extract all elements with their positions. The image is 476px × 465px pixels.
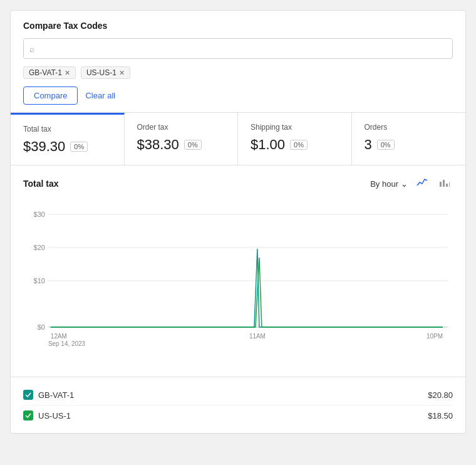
svg-text:$30: $30: [34, 211, 45, 218]
search-icon: ⌕: [29, 44, 34, 53]
metric-order-tax-value: $38.30: [137, 137, 179, 153]
svg-rect-2: [446, 184, 448, 187]
metric-order-tax-label: Order tax: [137, 123, 225, 132]
search-wrapper: ⌕: [23, 38, 453, 59]
legend-left-usus1: US-US-1: [23, 410, 71, 421]
svg-text:$10: $10: [34, 277, 45, 285]
compare-title: Compare Tax Codes: [23, 21, 453, 31]
chart-header: Total tax By hour ⌄: [23, 175, 453, 192]
tags-row: GB-VAT-1 ✕ US-US-1 ✕: [23, 66, 453, 79]
svg-text:12AM: 12AM: [51, 333, 67, 340]
chart-controls: By hour ⌄: [370, 175, 453, 192]
metric-shipping-tax-value: $1.00: [251, 137, 285, 153]
svg-rect-3: [449, 182, 450, 187]
svg-text:11AM: 11AM: [249, 333, 266, 340]
actions-row: Compare Clear all: [23, 86, 453, 105]
chart-svg: $30 $20 $10 $0 12AM Sep 14, 2023 11AM 10…: [23, 202, 453, 365]
metric-order-tax-value-row: $38.30 0%: [137, 137, 225, 153]
clear-all-button[interactable]: Clear all: [85, 91, 115, 100]
tag-usus1: US-US-1 ✕: [81, 66, 130, 79]
main-container: Compare Tax Codes ⌕ GB-VAT-1 ✕ US-US-1 ✕…: [10, 10, 466, 434]
svg-text:$0: $0: [38, 323, 45, 331]
metric-total-tax-label: Total tax: [23, 125, 111, 133]
chevron-down-icon: ⌄: [401, 179, 408, 189]
metric-shipping-tax-label: Shipping tax: [251, 123, 339, 132]
chart-title: Total tax: [23, 179, 59, 189]
search-input[interactable]: [23, 38, 453, 59]
chart-section: Total tax By hour ⌄: [11, 165, 465, 377]
metric-order-tax: Order tax $38.30 0%: [125, 113, 239, 165]
metric-orders: Orders 3 0%: [352, 113, 466, 165]
svg-text:10PM: 10PM: [427, 333, 443, 340]
legend-checkbox-usus1[interactable]: [23, 410, 33, 421]
svg-text:Sep 14, 2023: Sep 14, 2023: [48, 340, 86, 347]
metric-total-tax-value-row: $39.30 0%: [23, 138, 111, 155]
metrics-row: Total tax $39.30 0% Order tax $38.30 0% …: [11, 113, 465, 165]
metric-total-tax-badge: 0%: [70, 142, 88, 152]
tag-gbvat1: GB-VAT-1 ✕: [23, 66, 76, 79]
metric-total-tax-value: $39.30: [23, 138, 65, 155]
legend-item-gbvat1: GB-VAT-1 $20.80: [23, 385, 453, 405]
tag-usus1-label: US-US-1: [86, 68, 116, 77]
legend-item-usus1: US-US-1 $18.50: [23, 405, 453, 426]
legend-checkbox-gbvat1[interactable]: [23, 390, 33, 400]
metric-orders-badge: 0%: [377, 140, 395, 150]
line-chart-icon-button[interactable]: [414, 175, 430, 192]
metric-total-tax: Total tax $39.30 0%: [11, 113, 125, 165]
legend-name-usus1: US-US-1: [38, 411, 71, 421]
by-hour-label: By hour: [370, 179, 398, 189]
svg-rect-1: [443, 180, 445, 187]
legend-value-gbvat1: $20.80: [428, 390, 453, 400]
metric-shipping-tax-value-row: $1.00 0%: [251, 137, 339, 153]
compare-button[interactable]: Compare: [23, 86, 78, 105]
legend-name-gbvat1: GB-VAT-1: [38, 390, 74, 400]
svg-rect-0: [440, 182, 442, 187]
metric-shipping-tax-badge: 0%: [290, 140, 308, 150]
svg-text:$20: $20: [34, 244, 45, 251]
chart-container: $30 $20 $10 $0 12AM Sep 14, 2023 11AM 10…: [23, 202, 453, 367]
legend-section: GB-VAT-1 $20.80 US-US-1 $18.50: [11, 377, 465, 433]
metric-orders-label: Orders: [365, 123, 453, 132]
metric-shipping-tax: Shipping tax $1.00 0%: [238, 113, 352, 165]
tag-gbvat1-close[interactable]: ✕: [65, 70, 70, 76]
legend-value-usus1: $18.50: [428, 411, 453, 421]
legend-left-gbvat1: GB-VAT-1: [23, 390, 74, 400]
by-hour-button[interactable]: By hour ⌄: [370, 179, 408, 189]
bar-chart-icon-button[interactable]: [437, 175, 453, 192]
compare-section: Compare Tax Codes ⌕ GB-VAT-1 ✕ US-US-1 ✕…: [11, 11, 465, 113]
tag-usus1-close[interactable]: ✕: [119, 70, 125, 76]
tag-gbvat1-label: GB-VAT-1: [29, 68, 62, 77]
metric-order-tax-badge: 0%: [184, 140, 202, 150]
metric-orders-value: 3: [365, 137, 372, 153]
metric-orders-value-row: 3 0%: [365, 137, 453, 153]
